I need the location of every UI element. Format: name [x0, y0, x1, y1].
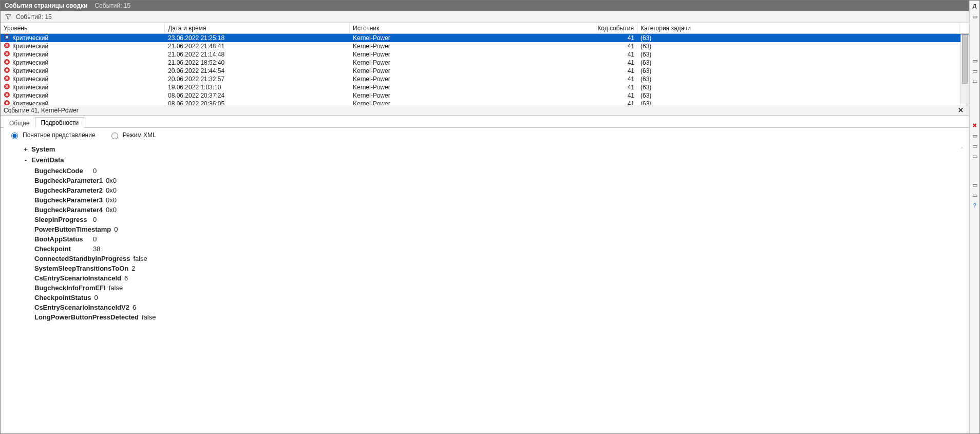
eventdata-row: Checkpoint 38	[34, 244, 967, 254]
radio-xml-view[interactable]: Режим XML	[109, 131, 156, 139]
tree-system-node[interactable]: + System	[23, 144, 967, 154]
summary-title: События страницы сводки	[5, 2, 87, 9]
cell-source: Kernel-Power	[350, 83, 596, 91]
eventdata-key: CsEntryScenarioInstanceId	[34, 273, 121, 283]
cell-category: (63)	[637, 91, 959, 100]
collapse-icon[interactable]: -	[23, 155, 28, 165]
expand-icon[interactable]: +	[23, 144, 28, 154]
cell-level-text: Критический	[12, 67, 48, 75]
eventdata-key: CheckpointStatus	[34, 293, 91, 303]
cell-level: Критический	[1, 100, 165, 105]
side-icon-generic-9[interactable]: ▭	[971, 192, 978, 199]
critical-icon	[4, 34, 10, 43]
cell-category: (63)	[637, 67, 959, 75]
table-row[interactable]: Критический 23.06.2022 21:25:18 Kernel-P…	[1, 34, 969, 42]
cell-level: Критический	[1, 67, 165, 76]
filter-icon[interactable]	[5, 13, 12, 21]
eventdata-value: 6	[133, 303, 136, 312]
col-source[interactable]: Источник	[350, 23, 596, 33]
cell-level-text: Критический	[12, 83, 48, 91]
cell-category: (63)	[637, 34, 959, 42]
side-icon-generic-8[interactable]: ▭	[971, 181, 978, 188]
table-header-row: Уровень Дата и время Источник Код событи…	[1, 23, 969, 34]
radio-friendly-view[interactable]: Понятное представление	[9, 131, 96, 139]
col-level[interactable]: Уровень	[1, 23, 165, 33]
cell-level: Критический	[1, 83, 165, 92]
scrollbar-thumb[interactable]	[962, 34, 968, 84]
eventdata-row: BugcheckParameter2 0x0	[34, 185, 967, 195]
side-icon-generic-5[interactable]: ▭	[971, 132, 978, 139]
radio-xml-input[interactable]	[111, 133, 118, 139]
table-row[interactable]: Критический 21.06.2022 21:14:48 Kernel-P…	[1, 50, 969, 59]
eventdata-row: SleepInProgress 0	[34, 215, 967, 224]
eventdata-value: 38	[93, 244, 100, 254]
side-icon-generic-1[interactable]: ▭	[971, 13, 978, 20]
cell-category: (63)	[637, 42, 959, 50]
col-event-id[interactable]: Код события	[596, 23, 637, 33]
radio-friendly-input[interactable]	[11, 133, 18, 139]
eventdata-key: Checkpoint	[34, 244, 90, 254]
details-body: ˄ + System - EventData BugcheckCode 0Bug…	[1, 144, 969, 433]
cell-source: Kernel-Power	[350, 50, 596, 59]
eventdata-row: ConnectedStandbyInProgress false	[34, 254, 967, 263]
table-row[interactable]: Критический 20.06.2022 21:44:54 Kernel-P…	[1, 67, 969, 75]
col-task-cat[interactable]: Категория задачи	[637, 23, 959, 33]
eventdata-key: BugcheckParameter4	[34, 205, 103, 215]
eventdata-value: 0	[114, 224, 118, 234]
eventdata-value: 0x0	[106, 195, 117, 205]
tab-details[interactable]: Подробности	[35, 117, 84, 128]
table-row[interactable]: Критический 20.06.2022 21:32:57 Kernel-P…	[1, 75, 969, 83]
vertical-scrollbar[interactable]	[960, 34, 969, 105]
app-root: События страницы сводки Событий: 15 Собы…	[0, 0, 980, 434]
details-tabs: Общие Подробности	[1, 116, 969, 128]
eventdata-row: CsEntryScenarioInstanceIdV2 6	[34, 303, 967, 312]
col-datetime[interactable]: Дата и время	[165, 23, 350, 33]
critical-icon	[4, 83, 10, 92]
side-icon-generic-7[interactable]: ▭	[971, 153, 978, 160]
cell-datetime: 19.06.2022 1:03:10	[165, 83, 350, 91]
cell-category: (63)	[637, 50, 959, 59]
side-icon-generic-3[interactable]: ▭	[971, 67, 978, 74]
side-icon-generic-6[interactable]: ▭	[971, 142, 978, 149]
cell-datetime: 23.06.2022 21:25:18	[165, 34, 350, 42]
eventdata-row: LongPowerButtonPressDetected false	[34, 312, 967, 322]
chevron-up-icon[interactable]: ˄	[960, 146, 964, 153]
side-delete-icon[interactable]: ✖	[971, 122, 978, 129]
cell-source: Kernel-Power	[350, 59, 596, 67]
col-scroll-spacer	[959, 23, 969, 33]
eventdata-key: PowerButtonTimestamp	[34, 224, 111, 234]
table-row[interactable]: Критический 08.06.2022 20:36:05 Kernel-P…	[1, 100, 969, 105]
cell-event-id: 41	[596, 50, 637, 59]
event-table: Уровень Дата и время Источник Код событи…	[1, 23, 969, 105]
table-row[interactable]: Критический 19.06.2022 1:03:10 Kernel-Po…	[1, 83, 969, 91]
critical-icon	[4, 50, 10, 59]
cell-category: (63)	[637, 83, 959, 91]
side-icon-generic-2[interactable]: ▭	[971, 57, 978, 64]
cell-level-text: Критический	[12, 50, 48, 59]
cell-level-text: Критический	[12, 75, 48, 83]
close-icon[interactable]: ✕	[956, 106, 966, 114]
cell-datetime: 21.06.2022 21:14:48	[165, 50, 350, 59]
tree-eventdata-node[interactable]: - EventData	[23, 155, 967, 165]
side-help-icon[interactable]: ?	[971, 202, 978, 209]
side-icon-generic-4[interactable]: ▭	[971, 78, 978, 85]
eventdata-row: BugcheckCode 0	[34, 166, 967, 176]
table-row[interactable]: Критический 08.06.2022 20:37:24 Kernel-P…	[1, 91, 969, 100]
filter-bar: Событий: 15	[1, 11, 969, 23]
critical-icon	[4, 91, 10, 100]
eventdata-key: ConnectedStandbyInProgress	[34, 254, 130, 263]
actions-pane-label-fragment: Д	[971, 3, 978, 10]
table-row[interactable]: Критический 21.06.2022 18:52:40 Kernel-P…	[1, 59, 969, 67]
eventdata-row: BugcheckInfoFromEFI false	[34, 283, 967, 293]
table-row[interactable]: Критический 21.06.2022 21:48:41 Kernel-P…	[1, 42, 969, 50]
cell-datetime: 08.06.2022 20:36:05	[165, 100, 350, 105]
eventdata-key: BugcheckParameter3	[34, 195, 103, 205]
cell-level-text: Критический	[12, 100, 48, 105]
cell-level: Критический	[1, 42, 165, 51]
table-body: Критический 23.06.2022 21:25:18 Kernel-P…	[1, 34, 969, 105]
cell-event-id: 41	[596, 34, 637, 42]
cell-category: (63)	[637, 100, 959, 105]
eventdata-row: SystemSleepTransitionsToOn 2	[34, 263, 967, 273]
eventdata-key: BugcheckParameter1	[34, 176, 103, 185]
tab-general[interactable]: Общие	[4, 118, 35, 128]
